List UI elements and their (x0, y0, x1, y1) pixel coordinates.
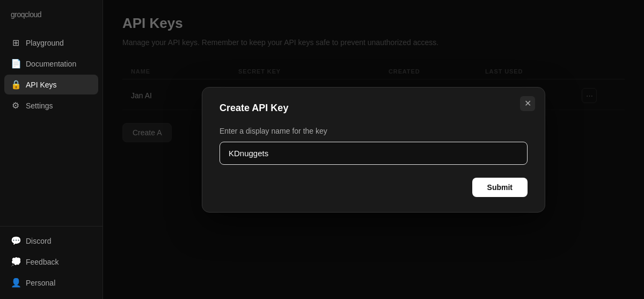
sidebar-label-settings: Settings (26, 101, 53, 110)
playground-icon: ⊞ (11, 38, 20, 48)
sidebar-item-documentation[interactable]: 📄 Documentation (4, 54, 98, 74)
logo-cloud-text: cloud (25, 10, 41, 19)
sidebar-label-api-keys: API Keys (26, 81, 57, 89)
sidebar-item-api-keys[interactable]: 🔒 API Keys (4, 75, 98, 94)
modal-close-button[interactable]: ✕ (520, 96, 535, 111)
api-keys-icon: 🔒 (11, 79, 20, 90)
sidebar-label-playground: Playground (26, 39, 64, 47)
sidebar-item-playground[interactable]: ⊞ Playground (4, 33, 98, 53)
logo-groq-text: groq (11, 10, 25, 19)
sidebar: groqcloud ⊞ Playground 📄 Documentation 🔒… (0, 0, 103, 299)
modal-input-label: Enter a display name for the key (219, 127, 528, 135)
sidebar-nav: ⊞ Playground 📄 Documentation 🔒 API Keys … (0, 31, 103, 226)
feedback-icon: 💭 (11, 257, 20, 267)
logo: groqcloud (11, 9, 41, 20)
modal-overlay: Create API Key ✕ Enter a display name fo… (103, 0, 644, 299)
discord-icon: 💬 (11, 236, 20, 246)
modal-footer: Submit (219, 178, 528, 197)
submit-button[interactable]: Submit (472, 178, 528, 197)
sidebar-label-feedback: Feedback (26, 258, 58, 266)
modal-title: Create API Key (219, 103, 528, 114)
user-icon: 👤 (11, 278, 20, 288)
sidebar-label-personal: Personal (26, 279, 55, 287)
sidebar-bottom: 💬 Discord 💭 Feedback 👤 Personal (0, 226, 103, 299)
sidebar-item-settings[interactable]: ⚙ Settings (4, 96, 98, 115)
main-content: API Keys Manage your API keys. Remember … (103, 0, 644, 299)
sidebar-item-feedback[interactable]: 💭 Feedback (4, 252, 98, 272)
sidebar-item-discord[interactable]: 💬 Discord (4, 231, 98, 251)
sidebar-user-personal[interactable]: 👤 Personal (4, 273, 98, 293)
sidebar-label-discord: Discord (26, 237, 51, 245)
sidebar-label-documentation: Documentation (26, 60, 76, 68)
settings-icon: ⚙ (11, 100, 20, 111)
api-key-name-input[interactable] (219, 142, 528, 165)
documentation-icon: 📄 (11, 59, 20, 69)
logo-area: groqcloud (0, 0, 103, 31)
create-api-key-modal: Create API Key ✕ Enter a display name fo… (202, 87, 545, 213)
